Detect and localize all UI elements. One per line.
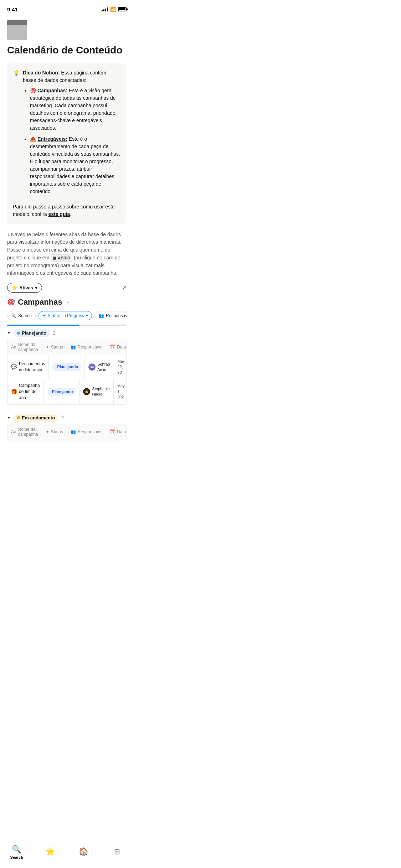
status-time: 9:41 [7, 6, 18, 12]
col-datas-icon: 📅 [110, 345, 115, 350]
status-filter-icon: ✦ [42, 313, 46, 318]
group-planejando-badge: Planejando [14, 329, 50, 337]
col2-datas-icon: 📅 [110, 429, 115, 434]
group-em-andamento-collapse-icon: ▼ [7, 416, 11, 420]
lightbulb-icon: 💡 [13, 69, 20, 76]
bottom-spacer [7, 446, 127, 475]
col2-nome-label: Nome da campanha [18, 427, 38, 437]
footer-end: . [70, 211, 71, 217]
col-header-datas: 📅 Datas [106, 339, 127, 355]
row1-icon: 💬 [11, 363, 17, 371]
col-datas-label: Datas [117, 345, 127, 350]
person-sohrab: Sohrab Amin [97, 362, 110, 373]
cell-nome-2: 🎁 Campanha de fim de ano [7, 379, 44, 404]
col-header-nome: Aa Nome da campanha [7, 339, 42, 355]
group-planejando-header[interactable]: ▼ Planejando 2 [7, 326, 127, 339]
em-andamento-table: Aa Nome da campanha ✦ Status 👥 Responsáv… [7, 424, 127, 440]
status-filter-label: Status: In Progress [48, 313, 84, 318]
avatar-sohrab: SA [88, 363, 96, 371]
db-title-row: 🎯 Campanhas ··· [7, 298, 127, 307]
col2-status-label: Status [51, 429, 63, 434]
cell-nome-1: 💬 Pensamentos de liderança [7, 355, 49, 379]
responsavel-label: Responsável [106, 313, 127, 318]
wifi-icon: 📶 [110, 7, 116, 12]
search-button[interactable]: 🔍 Search [7, 311, 36, 320]
group-em-andamento-count: 2 [61, 415, 64, 420]
group-planejando-count: 2 [53, 330, 55, 336]
group-collapse-icon: ▼ [7, 331, 11, 335]
status-filter-button[interactable]: ✦ Status: In Progress ▾ [38, 311, 92, 320]
list-item-entregaveis: 📤 Entregáveis: Este é o desmembramento d… [30, 135, 121, 195]
group-em-andamento-header[interactable]: ▼ Em andamento 2 [7, 410, 127, 424]
search-label: Search [18, 313, 32, 318]
col2-header-nome: Aa Nome da campanha [7, 424, 42, 440]
group-planejando-label: Planejando [22, 330, 46, 336]
responsavel-filter-button[interactable]: 👥 Responsável ▾ [95, 311, 127, 320]
status-badge-1: Planejando [52, 363, 81, 371]
row1-name: Pensamentos de liderança [19, 361, 45, 373]
col2-responsavel-icon: 👥 [71, 429, 76, 434]
col-status-label: Status [51, 345, 63, 350]
abrir-icon: ▣ [53, 255, 56, 261]
col2-header-datas: 📅 Datas [106, 424, 127, 440]
col2-nome-icon: Aa [11, 429, 16, 434]
dot-planejando [17, 332, 20, 335]
info-box-intro-text: Dica do Notion: Essa página contém bases… [23, 69, 121, 199]
col2-header-status: ✦ Status [42, 424, 67, 440]
cell-date-1: May 22, 20 [114, 355, 127, 379]
battery-icon [118, 7, 127, 11]
db-more-icon[interactable]: ··· [67, 299, 71, 305]
db-section: 🎯 Campanhas ··· 🔍 Search ✦ Status: In Pr… [7, 298, 127, 440]
date-1: May 22, 20 [118, 359, 125, 375]
status-badge-2: Planejando [47, 388, 76, 396]
cell-responsavel-1: SA Sohrab Amin [85, 355, 114, 379]
col2-responsavel-label: Responsável [78, 429, 102, 434]
expand-icon[interactable]: ⤢ [122, 284, 127, 291]
entregaveis-label: Entregáveis: [37, 135, 67, 143]
footer-link[interactable]: este guia [48, 211, 70, 217]
page-title: Calendário de Conteúdo [7, 44, 127, 56]
chevron-down-icon: ▾ [35, 285, 37, 290]
row2-name: Campanha de fim de ano [19, 383, 40, 401]
planejando-table: Aa Nome da campanha ✦ Status 👥 Responsáv… [7, 339, 127, 405]
status-bar: 9:41 📶 [0, 0, 134, 16]
campanhas-icon: 🎯 [30, 87, 36, 94]
star-icon: ⭐ [12, 285, 17, 290]
row2-icon: 🎁 [11, 388, 17, 396]
cell-date-2: May 1, 202 [114, 379, 127, 404]
abrir-label: ABRIR [58, 255, 70, 261]
info-box-header: 💡 Dica do Notion: Essa página contém bas… [13, 69, 121, 199]
cell-status-1: Planejando [49, 355, 85, 379]
entregaveis-icon: 📤 [30, 135, 36, 143]
db-title-icon: 🎯 [7, 298, 15, 306]
col-header-responsavel: 👥 Responsável [67, 339, 106, 355]
info-list: 🎯 Campanhas: Esta é a visão geral estrat… [23, 87, 121, 195]
ativas-filter[interactable]: ⭐ Ativas ▾ [7, 283, 42, 293]
filter-row: ⭐ Ativas ▾ ⤢ [7, 283, 127, 293]
entregaveis-desc: Este é o desmembramento de cada peça de … [30, 136, 120, 194]
nav-text: ↓ Navegue pelas diferentes abas da base … [7, 231, 127, 277]
search-filter-bar: 🔍 Search ✦ Status: In Progress ▾ 👥 Respo… [7, 311, 127, 320]
col-responsavel-icon: 👥 [71, 345, 76, 350]
info-box: 💡 Dica do Notion: Essa página contém bas… [7, 63, 127, 224]
info-box-footer: Para um passo a passo sobre como usar es… [13, 203, 121, 218]
date-2: May 1, 202 [117, 383, 125, 400]
abrir-badge: ▣ ABRIR [51, 254, 72, 262]
col2-header-responsavel: 👥 Responsável [67, 424, 106, 440]
col-responsavel-label: Responsável [78, 345, 102, 350]
table-header-2: Aa Nome da campanha ✦ Status 👥 Responsáv… [7, 424, 126, 440]
col-status-icon: ✦ [46, 345, 49, 350]
dica-label: Dica do Notion: [23, 70, 60, 76]
col2-datas-label: Datas [117, 429, 127, 434]
avatar-stephanie: 👩 [83, 388, 90, 395]
col2-status-icon: ✦ [46, 429, 49, 434]
db-title: Campanhas [18, 298, 62, 307]
table-header: Aa Nome da campanha ✦ Status 👥 Responsáv… [7, 339, 126, 355]
signal-bars-icon [102, 7, 108, 11]
col-header-status: ✦ Status [42, 339, 67, 355]
entregaveis-title: 📤 Entregáveis: [30, 135, 67, 143]
col-nome-icon: Aa [11, 345, 16, 350]
table-row[interactable]: 🎁 Campanha de fim de ano Planejando 👩 St… [7, 379, 126, 404]
table-row[interactable]: 💬 Pensamentos de liderança Planejando SA… [7, 355, 126, 379]
status-filter-chevron: ▾ [86, 313, 88, 318]
